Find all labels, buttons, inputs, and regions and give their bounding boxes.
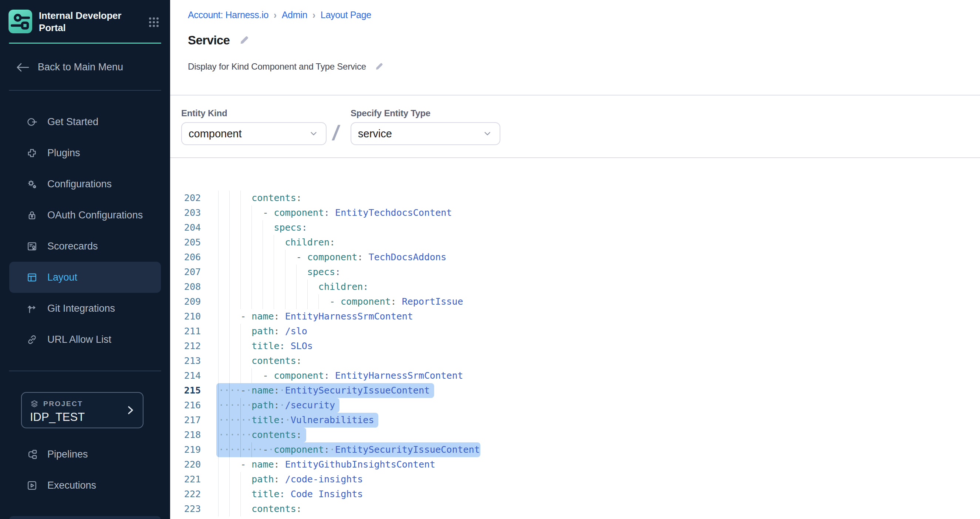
code-line[interactable]: 221 path: /code-insights (170, 472, 980, 487)
code-line[interactable]: 210 - name: EntityHarnessSrmContent (170, 309, 980, 324)
scorecard-icon (26, 241, 38, 252)
code-line-text: ····-·name:·EntitySecurityIssueContent (218, 383, 430, 398)
code-line-text: contents: (218, 191, 302, 206)
code-line-text: - name: EntityGithubInsightsContent (218, 457, 435, 472)
lock-icon (26, 209, 38, 221)
code-line[interactable]: 206 - component: TechDocsAddons (170, 250, 980, 265)
plugin-icon (26, 147, 38, 159)
code-line[interactable]: 216······path:·/security (170, 398, 980, 413)
project-selector[interactable]: PROJECT IDP_TEST (21, 392, 143, 428)
line-number: 221 (170, 472, 201, 487)
project-label: PROJECT (43, 400, 83, 408)
sidebar-item-executions[interactable]: Executions (9, 470, 161, 501)
sidebar-item-label: URL Allow List (47, 334, 111, 345)
breadcrumb-item[interactable]: Admin (282, 10, 307, 20)
code-line[interactable]: 218······contents: (170, 428, 980, 442)
entity-type-value: service (358, 128, 392, 140)
line-number: 202 (170, 191, 201, 206)
line-number: 222 (170, 487, 201, 501)
sidebar-footer-edge (9, 516, 161, 519)
sidebar-divider (9, 370, 161, 371)
code-line-text: path: /slo (218, 324, 307, 339)
code-line-text: specs: (218, 265, 340, 279)
code-line[interactable]: 209 - component: ReportIssue (170, 294, 980, 309)
entity-kind-label: Entity Kind (181, 108, 227, 118)
code-line[interactable]: 219········-·component:·EntitySecurityIs… (170, 442, 980, 457)
line-number: 204 (170, 220, 201, 235)
entity-kind-select[interactable]: component (181, 122, 326, 145)
code-line-text: - component: EntityTechdocsContent (218, 206, 452, 220)
project-name: IDP_TEST (30, 410, 135, 424)
code-line[interactable]: 204 specs: (170, 220, 980, 235)
teal-divider (9, 43, 161, 44)
code-line-text: ········-·component:·EntitySecurityIssue… (218, 442, 480, 457)
code-line[interactable]: 212 title: SLOs (170, 339, 980, 353)
code-line[interactable]: 222 title: Code Insights (170, 487, 980, 501)
code-line[interactable]: 215····-·name:·EntitySecurityIssueConten… (170, 383, 980, 398)
link-icon (26, 334, 38, 345)
code-line[interactable]: 213 contents: (170, 353, 980, 368)
sidebar-item-url-allow-list[interactable]: URL Allow List (9, 324, 161, 355)
sidebar-header: Internal Developer Portal (0, 0, 170, 34)
code-line-text: title: SLOs (218, 339, 313, 353)
sidebar-item-get-started[interactable]: Get Started (9, 106, 161, 137)
sidebar-item-plugins[interactable]: Plugins (9, 137, 161, 168)
flow-sliders-icon (11, 12, 30, 31)
line-number: 217 (170, 413, 201, 428)
breadcrumb-separator: › (274, 9, 277, 21)
sidebar-item-git-integrations[interactable]: Git Integrations (9, 293, 161, 324)
code-line[interactable]: 205 children: (170, 235, 980, 250)
chevron-right-icon (126, 405, 135, 416)
code-line-text: contents: (218, 353, 302, 368)
sidebar-item-label: Scorecards (47, 241, 98, 252)
code-line-text: children: (218, 279, 368, 294)
code-line[interactable]: 214 - component: EntityHarnessSrmContent (170, 368, 980, 383)
line-number: 208 (170, 279, 201, 294)
line-number: 215 (170, 383, 201, 398)
breadcrumb-item[interactable]: Layout Page (321, 10, 371, 20)
app-title: Internal Developer Portal (39, 10, 132, 34)
code-line[interactable]: 220 - name: EntityGithubInsightsContent (170, 457, 980, 472)
edit-title-pencil-icon[interactable] (239, 35, 250, 46)
line-number: 209 (170, 294, 201, 309)
sidebar-item-oauth-configurations[interactable]: OAuth Configurations (9, 200, 161, 231)
entity-type-select[interactable]: service (351, 122, 500, 145)
back-to-main-menu[interactable]: Back to Main Menu (0, 61, 170, 73)
idp-layout-page: Internal Developer Portal Back to Main M… (0, 0, 980, 519)
sidebar: Internal Developer Portal Back to Main M… (0, 0, 170, 519)
code-line[interactable]: 207 specs: (170, 265, 980, 279)
code-line[interactable]: 203 - component: EntityTechdocsContent (170, 206, 980, 220)
executions-icon (26, 480, 38, 491)
kind-type-separator: / (331, 121, 341, 145)
line-number: 214 (170, 368, 201, 383)
line-number: 213 (170, 353, 201, 368)
page-subtitle: Display for Kind Component and Type Serv… (188, 61, 366, 72)
back-label: Back to Main Menu (38, 61, 123, 73)
sidebar-item-label: Get Started (47, 116, 99, 128)
pipelines-icon (26, 449, 38, 460)
grid-dots-icon[interactable] (148, 16, 160, 28)
entity-type-label: Specify Entity Type (351, 108, 430, 118)
code-line-text: contents: (218, 501, 302, 516)
line-number: 206 (170, 250, 201, 265)
sidebar-item-label: Layout (47, 272, 77, 283)
sidebar-item-scorecards[interactable]: Scorecards (9, 231, 161, 262)
sidebar-item-layout[interactable]: Layout (9, 262, 161, 293)
code-line[interactable]: 217······title:·Vulnerabilities (170, 413, 980, 428)
sidebar-divider (9, 90, 161, 91)
code-line-text: title: Code Insights (218, 487, 363, 501)
code-area[interactable]: 202 contents:203 - component: EntityTech… (170, 191, 980, 519)
code-line[interactable]: 211 path: /slo (170, 324, 980, 339)
code-line[interactable]: 223 contents: (170, 501, 980, 516)
code-line[interactable]: 208 children: (170, 279, 980, 294)
sidebar-nav: Get StartedPluginsConfigurationsOAuth Co… (0, 106, 170, 355)
sidebar-item-configurations[interactable]: Configurations (9, 168, 161, 200)
header-divider (170, 95, 980, 96)
code-line-text: ······contents: (218, 428, 302, 442)
code-line-text: - component: EntityHarnessSrmContent (218, 368, 463, 383)
sidebar-item-pipelines[interactable]: Pipelines (9, 439, 161, 470)
sidebar-item-label: Configurations (47, 179, 112, 190)
breadcrumb-item[interactable]: Account: Harness.io (188, 10, 269, 20)
code-line[interactable]: 202 contents: (170, 191, 980, 206)
edit-subtitle-pencil-icon[interactable] (374, 62, 384, 72)
